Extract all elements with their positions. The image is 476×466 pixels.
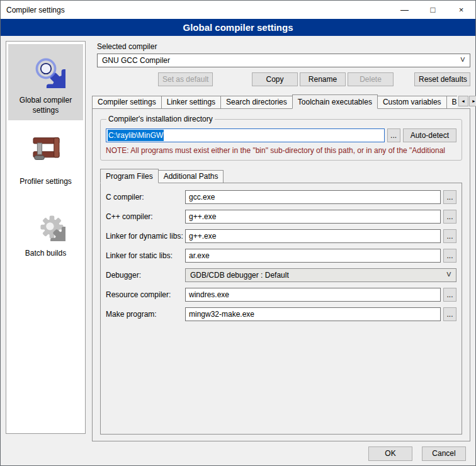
dialog-header-title: Global compiler settings (1, 19, 475, 36)
tab-custom-variables[interactable]: Custom variables (377, 96, 447, 108)
cpp-compiler-browse-button[interactable]: ... (443, 210, 456, 224)
field-row-make-program: Make program: ... (106, 307, 456, 321)
directory-browse-button[interactable]: ... (387, 128, 400, 142)
delete-button: Delete (348, 72, 394, 86)
tab-search-directories[interactable]: Search directories (220, 96, 293, 108)
minimize-icon[interactable]: — (390, 1, 419, 19)
program-files-panel: C compiler: ... C++ compiler: ... Linker… (100, 183, 462, 435)
field-row-c-compiler: C compiler: ... (106, 190, 456, 204)
field-label: Resource compiler: (106, 290, 185, 299)
settings-tabbar: Compiler settings Linker settings Search… (92, 94, 470, 108)
installation-directory-group-title: Compiler's installation directory (106, 115, 215, 123)
dialog-body: Global compiler settings Profiler settin… (1, 36, 475, 441)
field-label: Make program: (106, 310, 185, 319)
resource-compiler-browse-button[interactable]: ... (443, 288, 456, 302)
cancel-button[interactable]: Cancel (422, 446, 466, 461)
debugger-value: GDB/CDB debugger : Default (190, 271, 289, 280)
sidebar-item-profiler-settings[interactable]: Profiler settings (8, 125, 83, 192)
make-program-input[interactable] (185, 307, 441, 321)
reset-defaults-button[interactable]: Reset defaults (414, 72, 470, 86)
rename-button[interactable]: Rename (300, 72, 346, 86)
compiler-action-buttons: Set as default Copy Rename Delete Reset … (97, 72, 470, 86)
tab-scroll-left-icon[interactable]: ◄ (458, 96, 468, 106)
tab-scroll-right-icon[interactable]: ► (469, 96, 476, 106)
tab-linker-settings[interactable]: Linker settings (161, 96, 221, 108)
set-as-default-button: Set as default (158, 72, 213, 86)
compiler-settings-window: Compiler settings — □ × Global compiler … (0, 0, 476, 466)
field-row-dynamic-linker: Linker for dynamic libs: ... (106, 229, 456, 243)
static-linker-input[interactable] (185, 249, 441, 263)
field-label: Debugger: (106, 271, 185, 280)
sidebar-item-label: Profiler settings (20, 177, 72, 187)
installation-directory-group: Compiler's installation directory C:\ray… (100, 119, 462, 161)
main-content: Selected compiler GNU GCC Compiler ˅ Set… (92, 41, 470, 441)
field-row-cpp-compiler: C++ compiler: ... (106, 210, 456, 224)
field-row-debugger: Debugger: GDB/CDB debugger : Default ˅ (106, 268, 456, 282)
close-icon[interactable]: × (447, 1, 475, 19)
tab-compiler-settings[interactable]: Compiler settings (92, 96, 162, 108)
sidebar-item-global-compiler-settings[interactable]: Global compiler settings (8, 44, 83, 120)
debugger-dropdown[interactable]: GDB/CDB debugger : Default ˅ (185, 268, 456, 282)
chevron-down-icon: ˅ (456, 57, 465, 64)
static-linker-browse-button[interactable]: ... (443, 249, 456, 263)
toolchain-executables-panel: Compiler's installation directory C:\ray… (92, 108, 470, 441)
field-label: C compiler: (106, 193, 185, 202)
field-row-static-linker: Linker for static libs: ... (106, 249, 456, 263)
c-compiler-input[interactable] (185, 190, 441, 204)
resource-compiler-input[interactable] (185, 288, 441, 302)
installation-directory-input[interactable]: C:\raylib\MinGW (106, 128, 385, 142)
ok-button[interactable]: OK (368, 446, 412, 461)
window-title: Compiler settings (1, 6, 65, 14)
tab-additional-paths[interactable]: Additional Paths (158, 170, 224, 183)
dialog-footer: OK Cancel (1, 441, 475, 465)
tab-scroll-controls: ◄ ► (458, 96, 476, 106)
titlebar: Compiler settings — □ × (1, 1, 475, 19)
dynamic-linker-browse-button[interactable]: ... (443, 229, 456, 243)
settings-category-sidebar: Global compiler settings Profiler settin… (6, 41, 86, 434)
selected-compiler-label: Selected compiler (97, 42, 470, 51)
selected-compiler-dropdown[interactable]: GNU GCC Compiler ˅ (97, 54, 470, 67)
window-controls: — □ × (390, 1, 475, 19)
field-label: Linker for dynamic libs: (106, 232, 185, 241)
program-files-tabbar: Program Files Additional Paths (100, 168, 463, 183)
maximize-icon[interactable]: □ (419, 1, 447, 19)
cpp-compiler-input[interactable] (185, 210, 441, 224)
chevron-down-icon: ˅ (443, 271, 451, 278)
sidebar-item-label: Batch builds (25, 249, 66, 259)
sidebar-item-label: Global compiler settings (9, 96, 82, 115)
tab-program-files[interactable]: Program Files (100, 169, 159, 183)
c-compiler-browse-button[interactable]: ... (443, 190, 456, 204)
field-label: Linker for static libs: (106, 251, 185, 260)
sidebar-item-batch-builds[interactable]: Batch builds (8, 197, 83, 264)
field-row-resource-compiler: Resource compiler: ... (106, 288, 456, 302)
make-program-browse-button[interactable]: ... (443, 307, 456, 321)
installation-directory-value: C:\raylib\MinGW (108, 130, 164, 141)
auto-detect-button[interactable]: Auto-detect (403, 128, 456, 142)
installation-directory-row: C:\raylib\MinGW ... Auto-detect (106, 128, 456, 142)
tab-build-options[interactable]: Buil (446, 96, 457, 108)
global-compiler-gear-icon (26, 49, 65, 88)
tab-toolchain-executables[interactable]: Toolchain executables (292, 94, 378, 109)
selected-compiler-value: GNU GCC Compiler (102, 56, 170, 65)
copy-button[interactable]: Copy (252, 72, 298, 86)
dynamic-linker-input[interactable] (185, 229, 441, 243)
batch-builds-gears-icon (26, 202, 65, 241)
bin-subdirectory-note: NOTE: All programs must exist either in … (106, 146, 456, 155)
field-label: C++ compiler: (106, 212, 185, 221)
profiler-clamp-icon (26, 130, 65, 169)
